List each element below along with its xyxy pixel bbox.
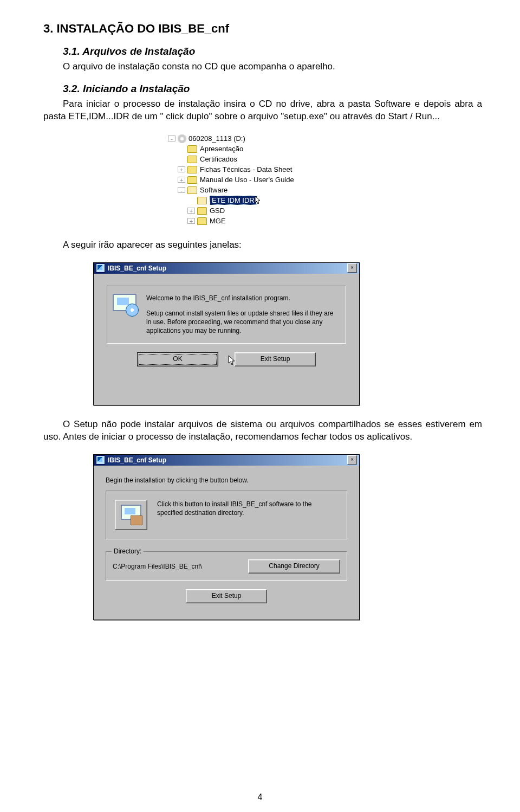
titlebar[interactable]: IBIS_BE_cnf Setup × [94,263,359,274]
welcome-line2: Setup cannot install system files or upd… [146,309,340,336]
tree-expand-icon[interactable]: + [178,177,185,183]
cd-icon [178,134,186,143]
exit-setup-button[interactable]: Exit Setup [235,352,316,366]
install-button[interactable] [115,500,147,530]
cursor-icon [228,355,236,366]
tree-drive-label: 060208_1113 (D:) [188,134,245,143]
exit-setup-button[interactable]: Exit Setup [186,589,267,603]
tree-item-label: MGE [210,217,226,225]
tree-item[interactable]: +Fichas Técnicas - Data Sheet [168,165,482,175]
tree-item-label: Software [200,186,227,194]
paragraph-4: O Setup não pode instalar arquivos de si… [43,418,482,443]
folder-icon [187,145,197,153]
tree-item-selected[interactable]: ETE IDM IDR [168,196,482,205]
tree-item[interactable]: +MGE [168,216,482,226]
titlebar[interactable]: IBIS_BE_cnf Setup × [94,455,359,466]
setup-welcome-dialog: IBIS_BE_cnf Setup × Welcome to the IBIS_… [93,262,360,405]
app-icon [96,263,105,273]
tree-item-label: Manual de Uso - User's Guide [200,176,294,184]
paragraph-3: A seguir irão aparecer as seguintes jane… [43,239,482,252]
folder-icon [187,176,197,184]
welcome-line1: Welcome to the IBIS_BE_cnf installation … [146,294,340,302]
install-panel: Click this button to install IBIS_BE_cnf… [106,491,347,539]
section-heading: 3. INSTALAÇÃO DO IBIS_BE_cnf [43,22,482,36]
folder-icon [197,217,207,225]
directory-legend: Directory: [112,547,144,555]
subheading-3-1: 3.1. Arquivos de Instalação [63,46,482,57]
folder-open-icon [197,197,207,204]
tree-item-label: Fichas Técnicas - Data Sheet [200,165,292,173]
install-icon [121,505,141,525]
tree-item-label-selected: ETE IDM IDR [210,196,257,205]
folder-open-icon [187,186,197,194]
dialog-title: IBIS_BE_cnf Setup [108,456,347,464]
tree-item-label: Certificados [200,155,237,163]
close-button[interactable]: × [347,263,357,273]
close-button[interactable]: × [347,455,357,465]
setup-icon [113,294,138,315]
dialog-title: IBIS_BE_cnf Setup [108,265,347,272]
change-directory-button[interactable]: Change Directory [248,559,340,573]
install-message: Click this button to install IBIS_BE_cnf… [157,500,338,517]
tree-item[interactable]: +GSD [168,206,482,216]
setup-begin-dialog: IBIS_BE_cnf Setup × Begin the installati… [93,454,360,620]
folder-icon [187,156,197,163]
folder-tree: - 060208_1113 (D:) Apresentação Certific… [168,134,482,226]
paragraph-1: O arquivo de instalação consta no CD que… [43,61,482,73]
app-icon [96,455,105,465]
ok-button[interactable]: OK [137,352,218,366]
folder-icon [197,207,207,215]
tree-item[interactable]: Apresentação [168,144,482,154]
directory-path: C:\Program Files\IBIS_BE_cnf\ [113,563,202,570]
paragraph-2: Para iniciar o processo de instalação in… [43,98,482,123]
tree-item[interactable]: Certificados [168,154,482,164]
tree-drive-row[interactable]: - 060208_1113 (D:) [168,134,482,144]
directory-group: Directory: C:\Program Files\IBIS_BE_cnf\… [106,551,347,581]
tree-item-label: GSD [210,207,225,215]
folder-icon [187,166,197,173]
tree-expand-icon[interactable]: + [187,218,195,224]
tree-item[interactable]: +Manual de Uso - User's Guide [168,175,482,185]
tree-item-software[interactable]: -Software [168,185,482,195]
page-number: 4 [0,792,520,802]
tree-collapse-icon[interactable]: - [178,187,185,193]
tree-expand-icon[interactable]: + [187,208,195,214]
tree-expand-icon[interactable]: + [178,166,185,172]
tree-item-label: Apresentação [200,145,243,153]
subheading-3-2: 3.2. Iniciando a Instalação [63,83,482,95]
message-panel: Welcome to the IBIS_BE_cnf installation … [107,286,346,344]
tree-collapse-icon[interactable]: - [168,136,176,141]
begin-instruction: Begin the installation by clicking the b… [106,476,347,484]
cursor-icon [255,196,261,205]
